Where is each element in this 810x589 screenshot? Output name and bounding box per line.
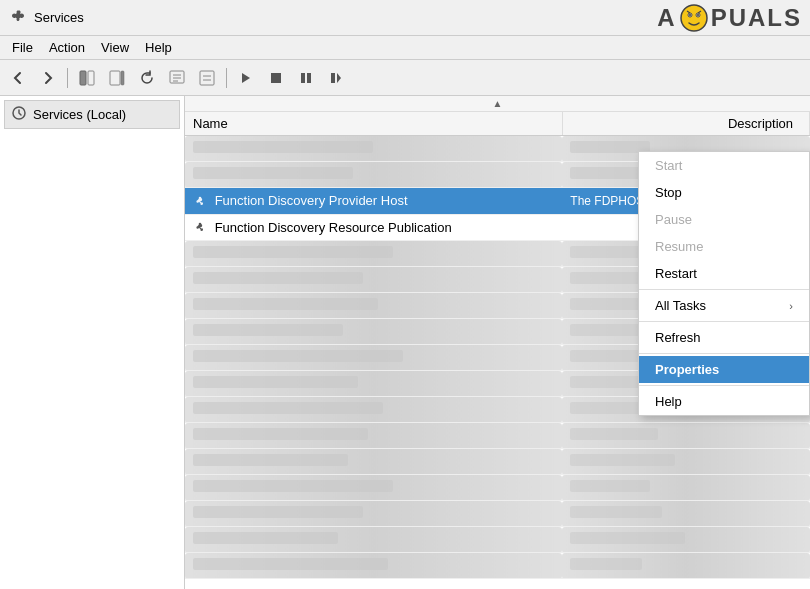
svg-rect-15 — [200, 71, 214, 85]
service-icon-2 — [193, 220, 211, 235]
left-panel: Services (Local) — [0, 96, 185, 589]
refresh-toolbar-button[interactable] — [133, 65, 161, 91]
service-icon — [193, 193, 211, 208]
title-bar-icon — [8, 8, 28, 28]
show-action-pane-button[interactable] — [103, 65, 131, 91]
context-menu-resume[interactable]: Resume — [639, 233, 809, 260]
table-row[interactable] — [185, 449, 810, 475]
back-button[interactable] — [4, 65, 32, 91]
restart-service-button[interactable] — [322, 65, 350, 91]
selected-service-name: Function Discovery Provider Host — [215, 193, 408, 208]
svg-marker-22 — [337, 73, 341, 83]
table-row[interactable] — [185, 475, 810, 501]
menu-action[interactable]: Action — [41, 38, 93, 57]
services-local-icon — [11, 105, 27, 124]
svg-point-2 — [689, 14, 691, 16]
svg-rect-23 — [331, 73, 335, 83]
forward-button[interactable] — [34, 65, 62, 91]
table-row[interactable] — [185, 553, 810, 579]
logo-face-icon — [679, 3, 709, 33]
menu-help[interactable]: Help — [137, 38, 180, 57]
scroll-up-arrow[interactable]: ▲ — [185, 96, 810, 112]
start-service-button[interactable] — [232, 65, 260, 91]
svg-rect-7 — [80, 71, 86, 85]
svg-point-0 — [681, 5, 707, 31]
svg-rect-10 — [121, 71, 124, 85]
svg-marker-18 — [242, 73, 250, 83]
svg-rect-20 — [301, 73, 305, 83]
context-menu-sep-1 — [639, 289, 809, 290]
title-bar-title: Services — [34, 10, 84, 25]
menu-view[interactable]: View — [93, 38, 137, 57]
context-menu-all-tasks[interactable]: All Tasks › — [639, 292, 809, 319]
show-console-button[interactable] — [73, 65, 101, 91]
context-menu-properties[interactable]: Properties — [639, 356, 809, 383]
menu-file[interactable]: File — [4, 38, 41, 57]
toolbar — [0, 60, 810, 96]
context-menu-refresh[interactable]: Refresh — [639, 324, 809, 351]
view-properties-button[interactable] — [193, 65, 221, 91]
menu-bar: File Action View Help — [0, 36, 810, 60]
title-bar: Services A PUALS — [0, 0, 810, 36]
context-menu-help[interactable]: Help — [639, 388, 809, 415]
context-menu-sep-4 — [639, 385, 809, 386]
context-menu: Start Stop Pause Resume Restart All Task… — [638, 151, 810, 416]
table-row[interactable] — [185, 423, 810, 449]
svg-rect-21 — [307, 73, 311, 83]
toolbar-sep-1 — [67, 68, 68, 88]
appuals-logo: A PUALS — [657, 3, 802, 33]
svg-point-4 — [697, 14, 699, 16]
context-menu-sep-3 — [639, 353, 809, 354]
right-panel: ▲ Name Description — [185, 96, 810, 589]
all-tasks-arrow-icon: › — [789, 300, 793, 312]
svg-rect-9 — [110, 71, 120, 85]
context-menu-stop[interactable]: Stop — [639, 179, 809, 206]
table-row[interactable] — [185, 501, 810, 527]
stop-service-button[interactable] — [262, 65, 290, 91]
export-button[interactable] — [163, 65, 191, 91]
svg-rect-8 — [88, 71, 94, 85]
svg-rect-19 — [271, 73, 281, 83]
toolbar-sep-2 — [226, 68, 227, 88]
service-name-2: Function Discovery Resource Publication — [215, 220, 452, 235]
context-menu-start[interactable]: Start — [639, 152, 809, 179]
services-local-header[interactable]: Services (Local) — [4, 100, 180, 129]
table-row[interactable] — [185, 527, 810, 553]
context-menu-pause[interactable]: Pause — [639, 206, 809, 233]
col-desc-header: Description — [562, 112, 809, 136]
context-menu-sep-2 — [639, 321, 809, 322]
main-area: Services (Local) ▲ Name Description — [0, 96, 810, 589]
context-menu-restart[interactable]: Restart — [639, 260, 809, 287]
col-name-header: Name — [185, 112, 562, 136]
services-local-label: Services (Local) — [33, 107, 126, 122]
pause-service-button[interactable] — [292, 65, 320, 91]
